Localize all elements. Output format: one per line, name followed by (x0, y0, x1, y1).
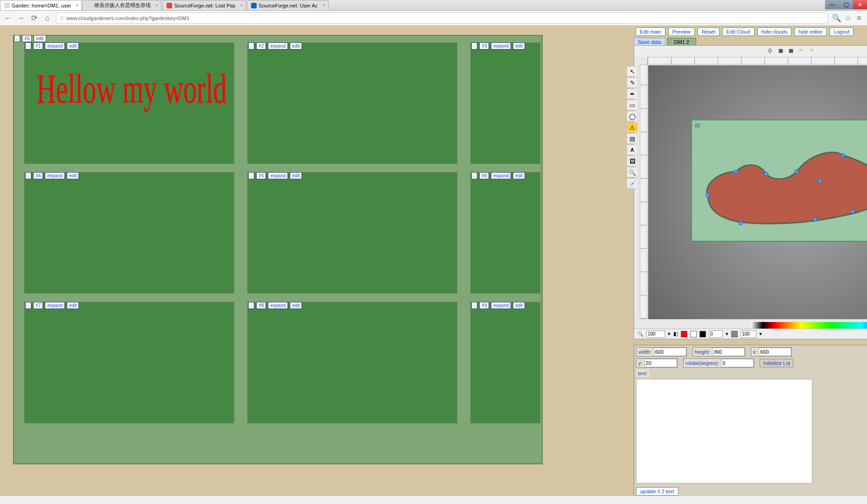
expand-button[interactable]: expand (45, 172, 65, 179)
grid-icon[interactable]: ▦ (788, 47, 797, 56)
color-palette[interactable] (751, 322, 867, 329)
collapse-button[interactable]: - (248, 172, 254, 179)
close-icon[interactable]: × (156, 3, 159, 8)
artboard[interactable]: #2 (691, 119, 867, 242)
rect-tool-icon[interactable]: ▭ (627, 100, 638, 110)
close-icon[interactable]: × (240, 3, 243, 8)
path-tool-icon[interactable]: ✒ (627, 89, 638, 99)
collapse-button[interactable]: - (248, 302, 254, 309)
collapse-button[interactable]: - (248, 42, 254, 49)
stroke-width-input[interactable] (709, 330, 723, 338)
close-icon[interactable]: × (76, 3, 79, 8)
edit-button[interactable]: edit (67, 302, 79, 309)
browser-tab[interactable]: SourceForge.net: Lost Pas × (162, 0, 246, 10)
update-text-button[interactable]: update # 2 text (636, 487, 678, 496)
home-icon[interactable]: ⌂ (43, 14, 51, 22)
svg-canvas[interactable]: #2 (648, 65, 867, 319)
eyedropper-tool-icon[interactable]: 💉 (627, 178, 638, 189)
zoom-tool-icon[interactable]: 🔍 (627, 167, 638, 177)
edit-button[interactable]: edit (290, 42, 302, 49)
menu-icon[interactable]: ≡ (855, 14, 863, 22)
dropdown-icon[interactable]: ▾ (726, 331, 728, 337)
source-icon[interactable]: ⟨⟩ (768, 47, 776, 56)
garden-cell-4[interactable]: - #4 expand edit (24, 172, 234, 294)
cell-id-label[interactable]: #1 (33, 42, 43, 49)
zoom-icon[interactable]: 🔍 (637, 331, 643, 337)
expand-button[interactable]: expand (45, 302, 65, 309)
preview-button[interactable]: Preview (668, 28, 695, 36)
garden-cell-3[interactable]: - #3 expand edit (470, 42, 540, 164)
rotate-input[interactable] (721, 359, 754, 367)
browser-tab[interactable]: SourceForge.net: User Ac × (247, 0, 329, 10)
garden-cell-2[interactable]: - #2 expand edit (247, 42, 457, 164)
hide-editor-button[interactable]: hide editor (794, 28, 826, 36)
opacity-swatch[interactable] (731, 331, 738, 337)
cell-id-label[interactable]: #3 (479, 42, 489, 49)
dropdown-icon[interactable]: ▾ (668, 331, 671, 337)
collapse-button[interactable]: - (25, 302, 31, 309)
edit-button[interactable]: edit (513, 42, 525, 49)
library-icon[interactable]: ▤ (627, 133, 638, 144)
collapse-button[interactable]: - (25, 172, 31, 179)
edit-button[interactable]: edit (513, 302, 525, 309)
expand-button[interactable]: expand (491, 302, 511, 309)
fill-swatch[interactable] (681, 331, 687, 337)
drawn-shape[interactable] (699, 139, 867, 232)
edit-button[interactable]: edit (67, 172, 79, 179)
garden-cell-8[interactable]: - #8 expand edit (247, 302, 457, 423)
collapse-button[interactable]: - (471, 42, 477, 49)
initialize-lot-button[interactable]: Initialize Lot (760, 359, 793, 367)
edit-button[interactable]: edit (290, 302, 302, 309)
collapse-button[interactable]: - (471, 172, 477, 179)
edit-button[interactable]: edit (34, 35, 46, 42)
collapse-button[interactable]: - (471, 302, 477, 309)
close-button[interactable]: ✕ (853, 0, 867, 9)
pencil-tool-icon[interactable]: ✎ (627, 77, 638, 88)
star-icon[interactable]: ☆ (844, 14, 852, 22)
fill-icon[interactable]: ◧ (673, 331, 678, 337)
garden-cell-7[interactable]: - #7 expand edit (24, 302, 234, 423)
expand-button[interactable]: expand (268, 302, 288, 309)
edit-cloud-button[interactable]: Edit Cloud (722, 28, 755, 36)
maximize-button[interactable]: ▢ (839, 0, 853, 9)
opacity-input[interactable] (741, 330, 756, 338)
browser-tab-active[interactable]: Garden: home=DM1, user × (0, 0, 82, 10)
stroke-swatch-white[interactable] (690, 331, 697, 337)
expand-button[interactable]: expand (268, 42, 288, 49)
hide-clouds-button[interactable]: hide clouds (757, 28, 792, 36)
image-tool-icon[interactable]: 🖼 (627, 156, 638, 166)
select-tool-icon[interactable]: ↖ (627, 66, 638, 77)
y-input[interactable] (644, 359, 677, 367)
browser-tab[interactable]: 维吾尔族人在昆明生存现 × (83, 0, 161, 10)
cell-id-label[interactable]: #4 (33, 172, 43, 179)
garden-cell-9[interactable]: - #9 expand edit (470, 302, 540, 423)
garden-cell-6[interactable]: - #6 expand edit (470, 172, 540, 294)
search-icon[interactable]: 🔍 (832, 14, 841, 22)
redo-icon[interactable]: ↷ (809, 47, 817, 56)
cell-id-label[interactable]: #5 (256, 172, 266, 179)
dropdown-icon[interactable]: ▾ (759, 331, 762, 337)
cell-id-label[interactable]: #8 (256, 302, 266, 309)
close-icon[interactable]: × (322, 3, 325, 8)
minimize-button[interactable]: — (825, 0, 839, 9)
url-bar[interactable]: 🗋 www.cloudgardeners.com/index.php?garde… (56, 13, 828, 24)
reload-icon[interactable]: ⟳ (30, 14, 38, 22)
cell-id-label[interactable]: #6 (479, 172, 489, 179)
cell-id-label[interactable]: #9 (479, 302, 489, 309)
logout-button[interactable]: Logout (830, 28, 854, 36)
edit-main-button[interactable]: Edit main (636, 28, 665, 36)
garden-cell-1[interactable]: - #1 expand edit Hellow my world (24, 42, 234, 164)
garden-cell-5[interactable]: - #5 expand edit (247, 172, 457, 294)
expand-button[interactable]: expand (491, 42, 511, 49)
zoom-input[interactable] (646, 330, 665, 338)
reset-button[interactable]: Reset (698, 28, 720, 36)
forward-icon[interactable]: → (17, 14, 25, 22)
x-input[interactable] (759, 348, 791, 356)
warning-icon[interactable]: ⚠ (627, 122, 638, 133)
cell-id-label[interactable]: #0 (22, 35, 32, 42)
text-tool-icon[interactable]: A (627, 145, 638, 155)
wireframe-icon[interactable]: ▦ (778, 47, 786, 56)
undo-icon[interactable]: ↶ (798, 47, 807, 56)
width-input[interactable] (654, 348, 686, 356)
stroke-swatch-black[interactable] (699, 331, 706, 337)
